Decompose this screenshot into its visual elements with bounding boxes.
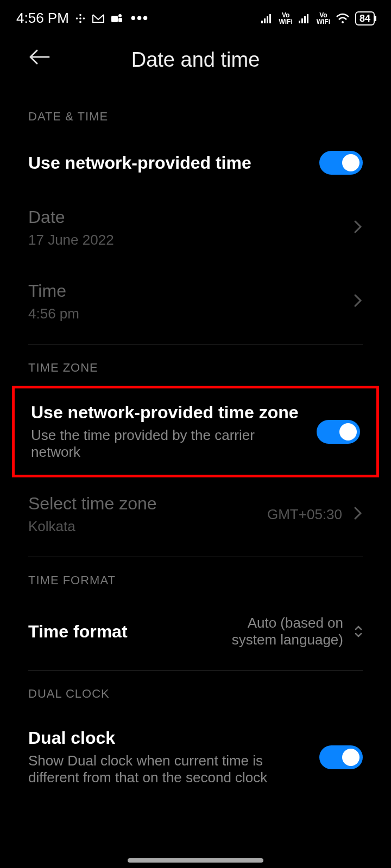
row-network-time[interactable]: Use network-provided time bbox=[0, 135, 391, 191]
battery-icon: 84 bbox=[355, 11, 375, 25]
teams-icon bbox=[110, 12, 123, 24]
gmail-icon bbox=[92, 13, 105, 24]
status-bar: 4:56 PM ••• Vo WiFi Vo WiFi 84 bbox=[0, 0, 391, 32]
toggle-dual-clock[interactable] bbox=[319, 745, 363, 769]
row-network-tz-sub: Use the time provided by the carrier net… bbox=[31, 427, 306, 461]
row-time[interactable]: Time 4:56 pm bbox=[0, 265, 391, 339]
svg-rect-13 bbox=[301, 18, 303, 23]
back-button[interactable] bbox=[27, 48, 51, 68]
svg-rect-10 bbox=[267, 16, 268, 23]
section-header-time-format: TIME FORMAT bbox=[0, 557, 391, 598]
svg-rect-5 bbox=[111, 16, 118, 22]
signal-1-icon bbox=[261, 13, 274, 24]
row-dual-clock-sub: Show Dual clock when current time is dif… bbox=[28, 752, 308, 786]
svg-rect-0 bbox=[76, 17, 78, 20]
svg-rect-3 bbox=[79, 21, 81, 23]
row-date[interactable]: Date 17 June 2022 bbox=[0, 191, 391, 265]
chevron-right-icon bbox=[353, 506, 363, 523]
chevron-right-icon bbox=[353, 219, 363, 237]
row-date-title: Date bbox=[28, 207, 342, 227]
more-notifications-icon: ••• bbox=[131, 10, 149, 27]
row-select-tz-value: GMT+05:30 bbox=[267, 506, 342, 523]
row-time-format-value: Auto (based on system language) bbox=[202, 615, 343, 648]
section-header-dual-clock: DUAL CLOCK bbox=[0, 671, 391, 712]
toggle-network-tz[interactable] bbox=[317, 420, 360, 444]
svg-rect-11 bbox=[269, 14, 271, 23]
page-title: Date and time bbox=[131, 48, 260, 72]
svg-rect-8 bbox=[261, 21, 263, 23]
row-select-tz[interactable]: Select time zone Kolkata GMT+05:30 bbox=[0, 477, 391, 551]
wifi-icon bbox=[336, 13, 350, 24]
row-time-value: 4:56 pm bbox=[28, 305, 342, 322]
svg-rect-2 bbox=[83, 17, 85, 20]
page-header: Date and time bbox=[0, 32, 391, 93]
slack-icon bbox=[74, 12, 86, 24]
section-header-time-zone: TIME ZONE bbox=[0, 344, 391, 386]
status-time: 4:56 PM bbox=[16, 10, 69, 27]
svg-rect-15 bbox=[307, 14, 308, 23]
status-right: Vo WiFi Vo WiFi 84 bbox=[261, 11, 375, 25]
up-down-icon bbox=[354, 626, 363, 637]
section-header-date-time: DATE & TIME bbox=[0, 93, 391, 135]
row-network-time-title: Use network-provided time bbox=[28, 153, 308, 173]
row-select-tz-sub: Kolkata bbox=[28, 518, 256, 535]
svg-rect-12 bbox=[299, 21, 300, 23]
svg-point-6 bbox=[118, 14, 122, 17]
row-network-tz[interactable]: Use network-provided time zone Use the t… bbox=[15, 388, 376, 475]
vowifi-2-icon: Vo WiFi bbox=[317, 12, 330, 25]
row-dual-clock[interactable]: Dual clock Show Dual clock when current … bbox=[0, 712, 391, 786]
svg-rect-9 bbox=[264, 18, 266, 23]
row-time-format[interactable]: Time format Auto (based on system langua… bbox=[0, 598, 391, 665]
svg-rect-14 bbox=[304, 16, 306, 23]
svg-rect-7 bbox=[118, 18, 122, 22]
chevron-right-icon bbox=[353, 293, 363, 310]
battery-percent: 84 bbox=[360, 13, 370, 24]
row-dual-clock-title: Dual clock bbox=[28, 728, 308, 748]
toggle-network-time[interactable] bbox=[319, 151, 363, 175]
status-left: 4:56 PM ••• bbox=[16, 10, 149, 27]
row-select-tz-title: Select time zone bbox=[28, 494, 256, 514]
row-network-tz-title: Use network-provided time zone bbox=[31, 403, 306, 423]
svg-point-16 bbox=[342, 21, 344, 23]
row-time-title: Time bbox=[28, 281, 342, 301]
vowifi-1-icon: Vo WiFi bbox=[279, 12, 293, 25]
signal-2-icon bbox=[298, 13, 311, 24]
highlight-annotation: Use network-provided time zone Use the t… bbox=[12, 386, 379, 477]
row-date-value: 17 June 2022 bbox=[28, 232, 342, 248]
row-time-format-title: Time format bbox=[28, 622, 191, 642]
home-indicator[interactable] bbox=[128, 858, 263, 863]
svg-rect-4 bbox=[79, 17, 81, 20]
svg-rect-1 bbox=[79, 14, 81, 16]
